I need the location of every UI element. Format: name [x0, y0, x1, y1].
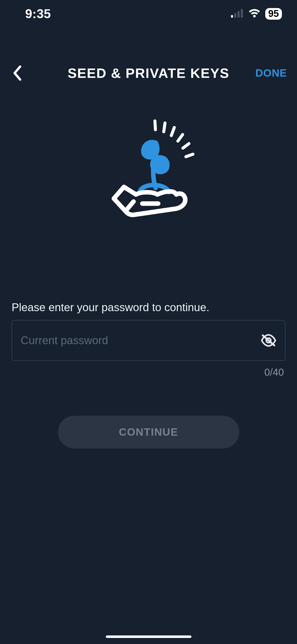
svg-line-6 — [171, 127, 174, 136]
svg-rect-1 — [234, 13, 236, 18]
hand-seedling-icon — [96, 118, 202, 229]
svg-line-7 — [178, 135, 183, 141]
battery-percent: 95 — [268, 9, 279, 18]
toggle-password-visibility-button[interactable] — [260, 332, 277, 349]
svg-line-9 — [186, 154, 193, 157]
cellular-signal-icon — [231, 9, 244, 19]
page-title: SEED & PRIVATE KEYS — [68, 65, 229, 81]
password-prompt: Please enter your password to continue. — [12, 301, 209, 314]
svg-rect-0 — [231, 15, 233, 18]
illustration — [0, 118, 297, 229]
battery-indicator: 95 — [265, 8, 282, 20]
home-indicator — [106, 635, 191, 638]
status-time: 9:35 — [25, 7, 51, 21]
svg-line-5 — [164, 123, 165, 132]
chevron-left-icon — [13, 66, 22, 81]
svg-line-10 — [125, 202, 134, 211]
char-counter: 0/40 — [264, 367, 284, 378]
back-button[interactable] — [10, 63, 25, 83]
password-input[interactable] — [21, 334, 260, 347]
continue-button[interactable]: CONTINUE — [58, 416, 239, 448]
done-button[interactable]: DONE — [255, 67, 287, 79]
svg-line-8 — [183, 144, 189, 148]
status-right-cluster: 95 — [231, 8, 282, 20]
password-field-container — [12, 320, 285, 361]
svg-rect-3 — [241, 9, 243, 18]
svg-line-4 — [155, 121, 155, 130]
status-bar: 9:35 95 — [0, 0, 297, 28]
eye-off-icon — [261, 334, 276, 347]
wifi-icon — [248, 9, 261, 19]
svg-rect-2 — [238, 11, 240, 18]
nav-bar: SEED & PRIVATE KEYS DONE — [0, 58, 297, 88]
